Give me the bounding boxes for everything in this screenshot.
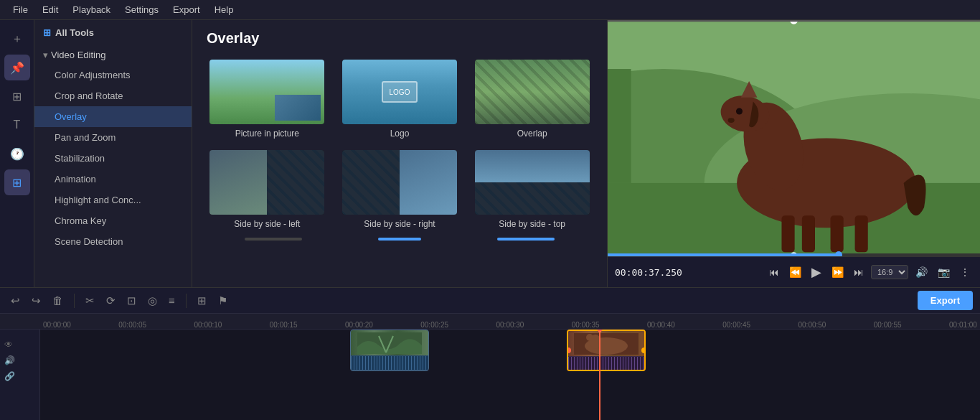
overlay-card-logo[interactable]: LOGO Logo	[339, 60, 461, 139]
ruler-4: 00:00:20	[345, 321, 373, 329]
ruler-7: 00:00:35	[572, 321, 600, 329]
all-tools-item[interactable]: ⊞ All Tools	[34, 20, 192, 45]
clip-2-thumbnail	[568, 331, 644, 356]
all-tools-label: All Tools	[55, 27, 94, 38]
sidebar-item-stabilization[interactable]: Stabilization	[34, 148, 192, 169]
horse-video-frame	[608, 20, 980, 256]
add-track-button[interactable]: ＋	[4, 26, 30, 52]
menu-export[interactable]: Export	[166, 3, 207, 17]
preview-progress-bar-bg	[608, 253, 980, 256]
split-button[interactable]: ⊞	[4, 83, 30, 109]
skip-forward-button[interactable]: ⏭	[851, 263, 867, 281]
preview-controls: 00:00:37.250 ⏮ ⏪ ▶ ⏩ ⏭ 16:9 🔊 📷 ⋮	[608, 256, 980, 287]
overlay-thumb-overlap	[475, 60, 590, 124]
delete-button[interactable]: 🗑	[49, 291, 67, 309]
ruler-11: 00:00:55	[874, 321, 902, 329]
sidebar-item-overlay[interactable]: Overlay	[34, 106, 192, 127]
cut-button[interactable]: ✂	[82, 291, 98, 310]
track-audio-icon[interactable]: 🔊	[3, 354, 37, 367]
overlay-card-side-left[interactable]: Side by side - left	[207, 150, 328, 229]
skip-back-button[interactable]: ⏮	[766, 263, 782, 281]
timeline-area: ↩ ↪ 🗑 ✂ ⟳ ⊡ ◎ ≡ ⊞ ⚑ Export 00:00:00 00:0…	[0, 287, 980, 420]
content-panel: Overlay Picture in picture LOGO	[192, 20, 607, 287]
preview-progress-thumb[interactable]	[835, 251, 842, 256]
ruler-0: 00:00:00	[43, 321, 71, 329]
play-button[interactable]: ▶	[809, 261, 824, 283]
sidebar-item-highlight[interactable]: Highlight and Conc...	[34, 190, 192, 210]
overlay-card-side-top[interactable]: Side by side - top	[471, 150, 593, 229]
sidebar-item-crop-rotate[interactable]: Crop and Rotate	[34, 85, 192, 106]
screenshot-button[interactable]: 📷	[935, 263, 953, 281]
track-eye-icon[interactable]: 👁	[3, 338, 37, 351]
scroll-dot-2	[378, 238, 421, 241]
menu-playback[interactable]: Playback	[65, 3, 118, 17]
text-button[interactable]: T	[4, 112, 30, 138]
history-button[interactable]: 🕐	[4, 141, 30, 167]
sidebar-item-animation[interactable]: Animation	[34, 169, 192, 190]
overlay-label-side-top: Side by side - top	[499, 219, 565, 229]
sidebar-item-scene[interactable]: Scene Detection	[34, 231, 192, 252]
volume-button[interactable]: 🔊	[913, 263, 930, 281]
step-forward-button[interactable]: ⏩	[829, 263, 847, 281]
svg-point-11	[728, 118, 735, 123]
menu-edit[interactable]: Edit	[35, 3, 65, 17]
redo-button[interactable]: ↪	[28, 291, 44, 310]
speed-button[interactable]: ◎	[144, 291, 161, 310]
overlay-thumb-side-right	[342, 150, 457, 215]
playhead-head	[596, 330, 603, 334]
main-area: ＋ 📌 ⊞ T 🕐 ⊞ ⊞ All Tools ▾ Video Editing …	[0, 20, 980, 287]
logo-overlay-box: LOGO	[382, 81, 418, 103]
crop-button[interactable]: ⊡	[123, 291, 140, 310]
timeline-tracks: 👁 🔊 🔗	[0, 330, 980, 420]
svg-rect-13	[802, 215, 815, 252]
overlay-label-side-right: Side by side - right	[364, 219, 435, 229]
video-editing-label: Video Editing	[51, 50, 105, 60]
overlay-label-logo: Logo	[390, 129, 410, 139]
ruler-5: 00:00:25	[420, 321, 448, 329]
preview-progress-fill	[608, 253, 839, 256]
sidebar-item-pan-zoom[interactable]: Pan and Zoom	[34, 127, 192, 148]
track-area	[40, 330, 980, 420]
overlay-card-side-right[interactable]: Side by side - right	[339, 150, 461, 229]
rotate-button[interactable]: ⟳	[103, 291, 119, 310]
pip-overlay-mini	[275, 95, 321, 121]
aspect-ratio-select[interactable]: 16:9	[871, 265, 908, 279]
overlay-card-pip[interactable]: Picture in picture	[207, 60, 328, 139]
export-button[interactable]: Export	[918, 291, 973, 310]
svg-point-32	[586, 334, 593, 341]
video-editing-section[interactable]: ▾ Video Editing	[34, 45, 192, 65]
preview-video	[608, 20, 980, 256]
svg-point-10	[736, 108, 743, 115]
pip-button[interactable]: ⊞	[194, 291, 210, 310]
overlay-label-overlap: Overlap	[517, 129, 547, 139]
ruler-1: 00:00:05	[118, 321, 146, 329]
playhead	[599, 330, 600, 420]
overlay-thumb-side-left	[209, 150, 324, 215]
step-back-button[interactable]: ⏪	[786, 263, 804, 281]
clip-2-audio	[568, 356, 644, 370]
clip-2-right-handle[interactable]	[641, 347, 646, 353]
sidebar-item-chroma[interactable]: Chroma Key	[34, 210, 192, 231]
more-options-button[interactable]: ⋮	[957, 263, 973, 281]
menu-help[interactable]: Help	[207, 3, 241, 17]
flag-button[interactable]: ⚑	[215, 291, 231, 310]
track-link-icon[interactable]: 🔗	[3, 370, 37, 383]
effects-button[interactable]: ⊞	[4, 169, 30, 195]
overlay-thumb-pip	[209, 60, 324, 124]
clip-1-audio	[351, 355, 428, 370]
svg-rect-15	[855, 215, 868, 252]
sidebar-item-color-adjustments[interactable]: Color Adjustments	[34, 65, 192, 85]
video-clip-2[interactable]	[567, 330, 646, 371]
overlay-card-overlap[interactable]: Overlap	[471, 60, 593, 139]
undo-button[interactable]: ↩	[7, 291, 24, 310]
menu-file[interactable]: File	[6, 3, 35, 17]
content-title: Overlay	[192, 20, 607, 54]
menu-settings[interactable]: Settings	[118, 3, 166, 17]
svg-rect-14	[831, 215, 844, 252]
pin-button[interactable]: 📌	[4, 55, 30, 80]
ruler-8: 00:00:40	[647, 321, 675, 329]
video-clip-1[interactable]	[350, 330, 429, 371]
align-button[interactable]: ≡	[165, 291, 179, 309]
svg-rect-24	[608, 20, 980, 22]
sidebar: ⊞ All Tools ▾ Video Editing Color Adjust…	[34, 20, 192, 287]
